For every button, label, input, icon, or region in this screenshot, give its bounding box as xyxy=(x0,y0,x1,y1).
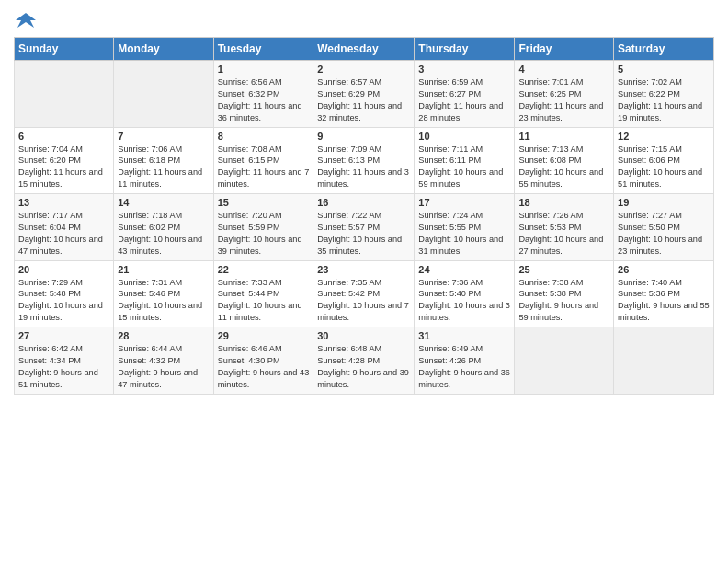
day-content: Sunrise: 7:09 AM Sunset: 6:13 PM Dayligh… xyxy=(317,144,410,191)
calendar-cell: 25Sunrise: 7:38 AM Sunset: 5:38 PM Dayli… xyxy=(515,260,614,327)
calendar-cell: 11Sunrise: 7:13 AM Sunset: 6:08 PM Dayli… xyxy=(515,127,614,194)
calendar-cell: 16Sunrise: 7:22 AM Sunset: 5:57 PM Dayli… xyxy=(313,194,415,261)
day-number: 24 xyxy=(418,264,510,275)
calendar-cell: 3Sunrise: 6:59 AM Sunset: 6:27 PM Daylig… xyxy=(415,61,515,128)
calendar-cell: 19Sunrise: 7:27 AM Sunset: 5:50 PM Dayli… xyxy=(614,194,714,261)
calendar-cell: 4Sunrise: 7:01 AM Sunset: 6:25 PM Daylig… xyxy=(515,61,614,128)
day-content: Sunrise: 6:48 AM Sunset: 4:28 PM Dayligh… xyxy=(317,343,410,391)
calendar-header-row: SundayMondayTuesdayWednesdayThursdayFrid… xyxy=(15,38,714,61)
calendar-cell: 5Sunrise: 7:02 AM Sunset: 6:22 PM Daylig… xyxy=(614,61,714,128)
day-number: 23 xyxy=(317,264,410,275)
calendar-cell: 17Sunrise: 7:24 AM Sunset: 5:55 PM Dayli… xyxy=(415,194,515,261)
day-content: Sunrise: 6:57 AM Sunset: 6:29 PM Dayligh… xyxy=(317,76,410,124)
calendar-cell: 12Sunrise: 7:15 AM Sunset: 6:06 PM Dayli… xyxy=(614,127,714,194)
day-content: Sunrise: 7:06 AM Sunset: 6:18 PM Dayligh… xyxy=(118,144,209,191)
calendar-cell: 24Sunrise: 7:36 AM Sunset: 5:40 PM Dayli… xyxy=(415,260,515,327)
calendar-cell: 29Sunrise: 6:46 AM Sunset: 4:30 PM Dayli… xyxy=(213,327,313,395)
day-content: Sunrise: 7:31 AM Sunset: 5:46 PM Dayligh… xyxy=(118,277,209,325)
day-content: Sunrise: 7:04 AM Sunset: 6:20 PM Dayligh… xyxy=(18,144,109,191)
logo-bird-icon xyxy=(16,11,36,31)
day-content: Sunrise: 7:17 AM Sunset: 6:04 PM Dayligh… xyxy=(18,210,109,258)
calendar-cell: 30Sunrise: 6:48 AM Sunset: 4:28 PM Dayli… xyxy=(313,327,415,395)
day-number: 17 xyxy=(418,197,510,208)
day-content: Sunrise: 7:02 AM Sunset: 6:22 PM Dayligh… xyxy=(618,76,710,124)
day-number: 9 xyxy=(317,131,410,142)
calendar-cell: 10Sunrise: 7:11 AM Sunset: 6:11 PM Dayli… xyxy=(415,127,515,194)
calendar-cell: 13Sunrise: 7:17 AM Sunset: 6:04 PM Dayli… xyxy=(15,194,114,261)
logo xyxy=(14,13,36,31)
calendar-cell: 2Sunrise: 6:57 AM Sunset: 6:29 PM Daylig… xyxy=(313,61,415,128)
calendar-cell xyxy=(15,61,114,128)
day-content: Sunrise: 7:35 AM Sunset: 5:42 PM Dayligh… xyxy=(317,277,410,325)
day-content: Sunrise: 7:33 AM Sunset: 5:44 PM Dayligh… xyxy=(218,277,310,325)
day-number: 11 xyxy=(518,131,609,142)
day-number: 31 xyxy=(418,330,510,341)
day-content: Sunrise: 6:46 AM Sunset: 4:30 PM Dayligh… xyxy=(218,343,310,391)
day-number: 8 xyxy=(218,131,310,142)
day-content: Sunrise: 7:20 AM Sunset: 5:59 PM Dayligh… xyxy=(218,210,310,258)
calendar-cell: 18Sunrise: 7:26 AM Sunset: 5:53 PM Dayli… xyxy=(515,194,614,261)
calendar-cell: 20Sunrise: 7:29 AM Sunset: 5:48 PM Dayli… xyxy=(15,260,114,327)
header-wednesday: Wednesday xyxy=(313,38,415,61)
calendar-week-row: 13Sunrise: 7:17 AM Sunset: 6:04 PM Dayli… xyxy=(15,194,714,261)
page-header xyxy=(14,9,714,31)
day-content: Sunrise: 7:15 AM Sunset: 6:06 PM Dayligh… xyxy=(618,144,710,191)
calendar-cell: 27Sunrise: 6:42 AM Sunset: 4:34 PM Dayli… xyxy=(15,327,114,395)
calendar-week-row: 20Sunrise: 7:29 AM Sunset: 5:48 PM Dayli… xyxy=(15,260,714,327)
day-number: 20 xyxy=(18,264,109,275)
day-number: 19 xyxy=(618,197,710,208)
day-content: Sunrise: 7:27 AM Sunset: 5:50 PM Dayligh… xyxy=(618,210,710,258)
calendar-cell xyxy=(114,61,213,128)
day-content: Sunrise: 7:38 AM Sunset: 5:38 PM Dayligh… xyxy=(518,277,609,325)
day-number: 4 xyxy=(518,63,609,75)
day-content: Sunrise: 6:59 AM Sunset: 6:27 PM Dayligh… xyxy=(418,76,510,124)
day-number: 27 xyxy=(18,330,109,341)
svg-marker-0 xyxy=(16,13,36,28)
calendar-cell: 23Sunrise: 7:35 AM Sunset: 5:42 PM Dayli… xyxy=(313,260,415,327)
calendar-cell: 15Sunrise: 7:20 AM Sunset: 5:59 PM Dayli… xyxy=(213,194,313,261)
day-number: 29 xyxy=(218,330,310,341)
day-content: Sunrise: 7:29 AM Sunset: 5:48 PM Dayligh… xyxy=(18,277,109,325)
day-content: Sunrise: 7:22 AM Sunset: 5:57 PM Dayligh… xyxy=(317,210,410,258)
day-number: 30 xyxy=(317,330,410,341)
calendar-cell: 6Sunrise: 7:04 AM Sunset: 6:20 PM Daylig… xyxy=(15,127,114,194)
day-number: 1 xyxy=(218,63,310,75)
calendar-cell: 26Sunrise: 7:40 AM Sunset: 5:36 PM Dayli… xyxy=(614,260,714,327)
day-content: Sunrise: 7:01 AM Sunset: 6:25 PM Dayligh… xyxy=(518,76,609,124)
calendar-cell xyxy=(614,327,714,395)
day-content: Sunrise: 6:49 AM Sunset: 4:26 PM Dayligh… xyxy=(418,343,510,391)
day-number: 15 xyxy=(218,197,310,208)
calendar-cell xyxy=(515,327,614,395)
day-content: Sunrise: 7:24 AM Sunset: 5:55 PM Dayligh… xyxy=(418,210,510,258)
day-number: 10 xyxy=(418,131,510,142)
calendar-cell: 31Sunrise: 6:49 AM Sunset: 4:26 PM Dayli… xyxy=(415,327,515,395)
calendar-cell: 22Sunrise: 7:33 AM Sunset: 5:44 PM Dayli… xyxy=(213,260,313,327)
header-tuesday: Tuesday xyxy=(213,38,313,61)
day-content: Sunrise: 6:42 AM Sunset: 4:34 PM Dayligh… xyxy=(18,343,109,391)
calendar-week-row: 27Sunrise: 6:42 AM Sunset: 4:34 PM Dayli… xyxy=(15,327,714,395)
day-number: 2 xyxy=(317,63,410,75)
calendar-week-row: 6Sunrise: 7:04 AM Sunset: 6:20 PM Daylig… xyxy=(15,127,714,194)
day-number: 12 xyxy=(618,131,710,142)
header-thursday: Thursday xyxy=(415,38,515,61)
header-friday: Friday xyxy=(515,38,614,61)
calendar-week-row: 1Sunrise: 6:56 AM Sunset: 6:32 PM Daylig… xyxy=(15,61,714,128)
day-number: 16 xyxy=(317,197,410,208)
day-number: 14 xyxy=(118,197,209,208)
calendar-cell: 28Sunrise: 6:44 AM Sunset: 4:32 PM Dayli… xyxy=(114,327,213,395)
day-content: Sunrise: 6:44 AM Sunset: 4:32 PM Dayligh… xyxy=(118,343,209,391)
day-number: 5 xyxy=(618,63,710,75)
day-number: 22 xyxy=(218,264,310,275)
day-number: 6 xyxy=(18,131,109,142)
calendar-cell: 1Sunrise: 6:56 AM Sunset: 6:32 PM Daylig… xyxy=(213,61,313,128)
calendar-cell: 14Sunrise: 7:18 AM Sunset: 6:02 PM Dayli… xyxy=(114,194,213,261)
day-number: 13 xyxy=(18,197,109,208)
header-saturday: Saturday xyxy=(614,38,714,61)
day-content: Sunrise: 7:36 AM Sunset: 5:40 PM Dayligh… xyxy=(418,277,510,325)
day-number: 26 xyxy=(618,264,710,275)
day-content: Sunrise: 7:18 AM Sunset: 6:02 PM Dayligh… xyxy=(118,210,209,258)
day-number: 25 xyxy=(518,264,609,275)
day-content: Sunrise: 7:13 AM Sunset: 6:08 PM Dayligh… xyxy=(518,144,609,191)
day-content: Sunrise: 7:11 AM Sunset: 6:11 PM Dayligh… xyxy=(418,144,510,191)
header-sunday: Sunday xyxy=(15,38,114,61)
